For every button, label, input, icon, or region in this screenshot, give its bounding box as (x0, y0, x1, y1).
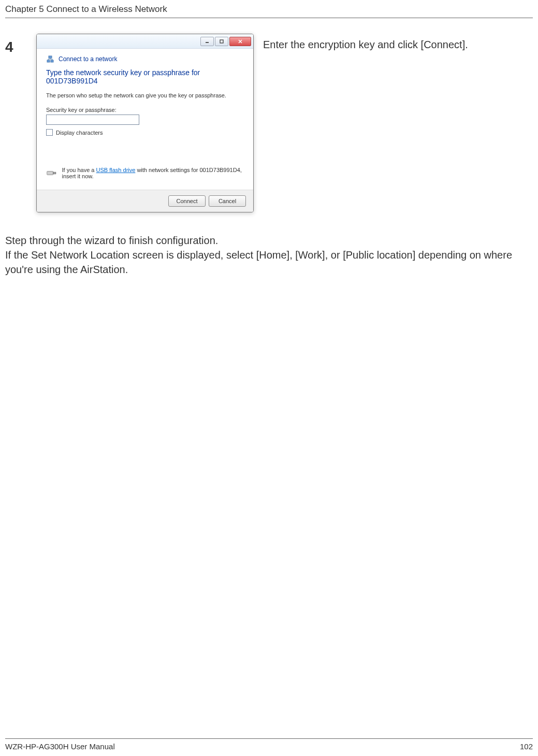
display-characters-label: Display characters (56, 130, 103, 136)
usb-drive-icon (46, 169, 57, 177)
step-number: 4 (5, 34, 31, 55)
window-titlebar (37, 34, 253, 49)
body-line-2: If the Set Network Location screen is di… (5, 248, 533, 277)
usb-hint-text: If you have a USB flash drive with netwo… (62, 167, 244, 179)
dialog-title-row: Connect to a network (46, 55, 244, 63)
page-number: 102 (520, 742, 533, 751)
minimize-icon (205, 39, 209, 44)
close-button[interactable] (229, 37, 251, 46)
page-header: Chapter 5 Connect to a Wireless Network (5, 0, 533, 18)
svg-rect-3 (51, 60, 53, 62)
body-text: Step through the wizard to finish config… (5, 233, 533, 277)
display-characters-row: Display characters (46, 129, 244, 136)
step-row: 4 (5, 34, 533, 212)
svg-rect-5 (47, 172, 53, 175)
usb-prefix: If you have a (62, 167, 96, 173)
connect-button[interactable]: Connect (168, 195, 206, 207)
security-key-input[interactable] (46, 115, 139, 125)
display-characters-checkbox[interactable] (46, 129, 53, 136)
svg-rect-6 (53, 172, 56, 174)
dialog-title: Connect to a network (59, 55, 117, 63)
dialog-subtext: The person who setup the network can giv… (46, 92, 244, 98)
chapter-title: Chapter 5 Connect to a Wireless Network (5, 4, 533, 15)
svg-rect-1 (220, 40, 223, 43)
body-line-1: Step through the wizard to finish config… (5, 233, 533, 248)
svg-rect-2 (47, 60, 50, 62)
usb-flash-drive-link[interactable]: USB flash drive (96, 167, 136, 173)
main-content: 4 (0, 18, 538, 277)
security-key-label: Security key or passphrase: (46, 107, 244, 113)
maximize-button[interactable] (215, 37, 228, 46)
page-footer: WZR-HP-AG300H User Manual 102 (5, 738, 533, 751)
svg-rect-0 (206, 42, 209, 43)
maximize-icon (220, 39, 224, 44)
dialog-heading: Type the network security key or passphr… (46, 68, 244, 85)
minimize-button[interactable] (200, 37, 214, 46)
close-icon (238, 39, 242, 44)
dialog-footer: Connect Cancel (37, 190, 253, 212)
network-icon (46, 55, 54, 63)
usb-hint-row: If you have a USB flash drive with netwo… (46, 167, 244, 179)
svg-rect-4 (49, 56, 52, 58)
manual-name: WZR-HP-AG300H User Manual (5, 742, 115, 751)
connect-network-dialog: Connect to a network Type the network se… (36, 34, 254, 212)
dialog-screenshot: Connect to a network Type the network se… (36, 34, 254, 212)
step-instruction: Enter the encryption key and click [Conn… (259, 34, 533, 51)
cancel-button[interactable]: Cancel (209, 195, 246, 207)
dialog-body: Connect to a network Type the network se… (37, 49, 253, 190)
